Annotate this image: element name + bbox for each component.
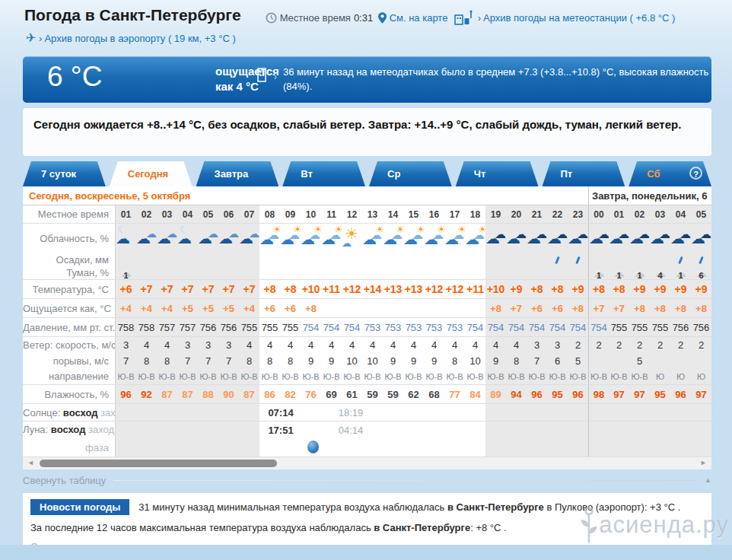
feels-like-row-cell (403, 299, 424, 317)
tab-5[interactable]: Чт (456, 161, 539, 186)
moon-phase-row-cell (670, 438, 691, 457)
sun-row-cell (506, 404, 527, 421)
local-time-row-cell: 22 (547, 205, 568, 223)
wind-speed-row-cell: 4 (157, 337, 177, 354)
tab-0[interactable]: 7 суток (23, 161, 106, 186)
wind-direction-row-cell: Ю-В (629, 368, 650, 384)
wind-speed-row-cell: 4 (280, 337, 301, 354)
cloudiness-row-cell: ☀☁☁ (280, 224, 301, 254)
humidity-row-cell: 88 (198, 385, 218, 403)
local-time-row-cell: 23 (568, 205, 588, 223)
wind-speed-row-cell: 4 (362, 337, 383, 354)
tab-2[interactable]: Завтра (196, 161, 279, 186)
wind-speed-row-cell: 3 (116, 337, 136, 354)
pressure-row-cell: 756 (198, 318, 218, 336)
scroll-right-icon[interactable]: ► (700, 459, 707, 466)
weather-dark-cloud-icon: ☁☁ (485, 224, 506, 251)
precipitation-row-cell (485, 254, 506, 266)
weather-cloud-sun-icon: ☀☁☁ (444, 224, 465, 251)
wind-speed-row-cell: 4 (342, 337, 362, 354)
sun-row-cell (547, 404, 568, 421)
moon-row-cell (691, 422, 711, 438)
precipitation-row-cell (321, 254, 342, 266)
weather-night-cloud-icon: ☁☁ (198, 224, 218, 251)
logo-text: асиенда.ру (599, 511, 729, 539)
weather-dark-cloud-icon: ☁☁ (547, 224, 568, 251)
humidity-row-cell: 87 (239, 385, 259, 403)
weather-night-cloud-icon: ☁☁ (157, 224, 177, 251)
tab-6[interactable]: Пт (543, 161, 625, 186)
day-separator (588, 186, 589, 205)
moon-phase-row-cell (157, 438, 177, 457)
day-tabs: 7 сутокСегодняЗавтраВтСрЧтПтСб? (23, 161, 711, 186)
feels-like-row-cell (465, 299, 485, 317)
map-link[interactable]: См. на карте (378, 12, 447, 24)
feels-like-row-cell: +4 (136, 299, 157, 317)
moon-phase-row: фаза (23, 438, 711, 457)
wind-direction-row-cell: Ю-В (485, 368, 506, 384)
wind-speed-row-cell: 3 (527, 337, 547, 354)
wind-direction-row-cell: Ю-В (465, 368, 485, 384)
pressure-row-cell: 754 (568, 318, 588, 336)
wind-direction-row-cell: Ю-В (568, 368, 588, 384)
bullet-icon: › (39, 33, 42, 44)
fog-row-cell: ☁1 (609, 266, 629, 279)
tab-3[interactable]: Вт (282, 161, 365, 186)
weather-dark-cloud-icon: ☁☁ (506, 224, 527, 251)
cloudiness-row-cell: ☁☁ (198, 224, 218, 254)
help-icon[interactable]: ? (689, 167, 702, 180)
pressure-row-cell: 753 (362, 318, 383, 336)
pressure-row-cell: 754 (506, 318, 527, 336)
scrollbar-thumb[interactable] (40, 460, 277, 467)
date-tomorrow: Завтра, понедельник, 6 октября (592, 190, 710, 202)
cloudiness-row-cell: ☀☁☁ (465, 224, 485, 254)
collapse-table-button[interactable]: Свернуть таблицу ▲ (23, 472, 711, 488)
horizontal-scrollbar[interactable]: ◄ ► (23, 457, 711, 469)
scroll-left-icon[interactable]: ◄ (27, 459, 34, 466)
cloudiness-row-cell: ☀☁☁ (301, 224, 321, 254)
precipitation-row-cell (177, 254, 198, 266)
local-time-row-cell: 05 (691, 205, 711, 223)
sun-row-cell (465, 404, 485, 421)
moon-row-cell (650, 422, 670, 438)
moon-phase-row-cell (609, 438, 629, 457)
cloudiness-row-cell: ☾☁ (116, 224, 136, 254)
humidity-row-cell: 94 (506, 385, 527, 403)
sun-row-cell (568, 404, 588, 421)
fog-row-cell: ☁1 (670, 266, 691, 279)
local-time-row-cell: 02 (136, 205, 157, 223)
temperature-row-cell: +14 (362, 280, 383, 298)
temperature-row-cell: +12 (342, 280, 362, 298)
wind-gusts-row: порывы, м/с788777888991010999810987655 (23, 354, 711, 368)
local-time-value: 0:31 (354, 12, 373, 24)
tab-7[interactable]: Сб? (629, 161, 711, 186)
cloudiness-row-cell: ☁☁ (547, 224, 568, 254)
station-archive-link[interactable]: ›Архив погоды на метеостанции ( +6.8 °C … (454, 10, 675, 25)
temperature-row-cell: +12 (424, 280, 444, 298)
precipitation-row: Осадки, мм (23, 254, 711, 266)
humidity-row-cell: 97 (609, 385, 629, 403)
moon-phase-row-cell (198, 438, 218, 457)
tab-4[interactable]: Ср (369, 161, 452, 186)
temperature-row-cell: +9 (568, 280, 588, 298)
wind-direction-row-cell: Ю-В (609, 368, 629, 384)
airport-archive-link[interactable]: ✈ ›Архив погоды в аэропорту ( 19 км, +3 … (26, 30, 236, 45)
temperature-row-cell: +7 (198, 280, 218, 298)
temperature-row-cell: +7 (177, 280, 198, 298)
humidity-row-label: Влажность, % (23, 385, 116, 403)
wind-direction-row-cell: Ю (691, 368, 711, 384)
collapse-arrow-icon: ▲ (705, 476, 711, 484)
sun-row-cell (136, 404, 157, 421)
precipitation-row-cell (444, 254, 465, 266)
tab-1[interactable]: Сегодня (110, 161, 193, 186)
divider-line (113, 480, 697, 481)
cloudiness-row-cell: ☁☁ (527, 224, 547, 254)
fog-row-cell (465, 266, 485, 279)
tab-label: Завтра (215, 168, 249, 180)
moon-phase-row-label: фаза (23, 438, 116, 457)
wind-direction-row-cell: Ю-В (301, 368, 321, 384)
moon-row-cell (301, 422, 321, 438)
humidity-row-cell: 59 (362, 385, 383, 403)
wind-gusts-row-cell: 10 (465, 354, 485, 368)
weather-dark-cloud-icon: ☁☁ (589, 224, 609, 251)
